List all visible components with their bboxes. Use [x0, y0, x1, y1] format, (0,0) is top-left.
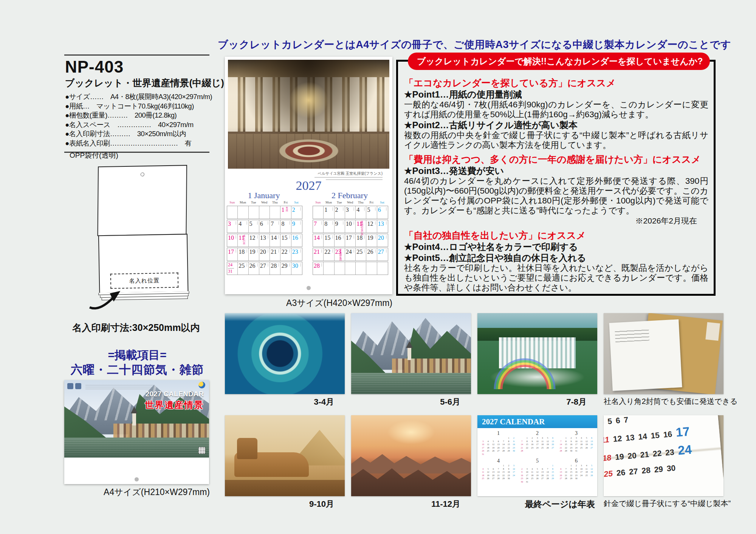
mini-month-grid: 1234567891011121314151617181920212223242… — [558, 464, 594, 480]
blue-hole-photo — [225, 313, 345, 394]
weekday-label: Sat — [291, 200, 302, 206]
mini-day: 1 — [564, 436, 569, 440]
mini-day: 24 — [511, 474, 516, 477]
calendar-day-cell: 18 — [356, 234, 366, 247]
mini-day: 30 — [506, 477, 511, 480]
calendar-day-cell: 8 — [280, 220, 291, 233]
tile-caption: 3-4月 — [225, 396, 345, 408]
date-number: 19 — [615, 452, 624, 462]
holiday-label: 成人の日 — [243, 235, 246, 245]
mini-day: 23 — [506, 474, 511, 477]
rokuyo-mark — [353, 249, 354, 253]
mini-day: 29 — [564, 449, 569, 453]
weekday-header-row: SunMonTueWedThuFriSat — [227, 200, 302, 206]
mini-day: 3 — [574, 436, 579, 440]
mini-day: 19 — [535, 474, 540, 477]
rokuyo-mark — [268, 235, 268, 239]
opp-bag-note: OPP袋付(透明) — [70, 151, 118, 160]
mini-day: 15 — [564, 443, 569, 446]
hallstatt-photo — [351, 313, 471, 394]
mini-day: 17 — [480, 446, 486, 450]
rokuyo-mark — [278, 263, 279, 267]
calendar-day-cell: 3 — [227, 220, 238, 233]
date-number: 18 — [604, 453, 612, 463]
calendar-day-cell: 15 — [280, 234, 291, 247]
cover-imprint-strip — [64, 458, 209, 484]
mini-day: 20 — [540, 474, 545, 477]
calendar-day-cell: 21 — [270, 248, 280, 261]
mini-day: 5 — [486, 467, 491, 471]
weekday-label: Sun — [313, 200, 323, 206]
calendar-day-cell: 23天皇誕生日 — [335, 248, 345, 261]
day-number: 3 — [346, 206, 349, 213]
mini-month: 3123456789101112131415161718192021222324… — [558, 430, 594, 456]
mini-day — [545, 464, 550, 467]
section-note: ※2026年2月現在 — [404, 216, 708, 226]
mini-day: 25 — [480, 477, 486, 480]
mini-day: 25 — [486, 449, 491, 453]
rokuyo-mark — [343, 207, 344, 211]
mini-day — [564, 464, 569, 467]
point-title: ★Point2…古紙リサイクル適性が高い製本 — [404, 120, 708, 130]
mini-day: 22 — [569, 474, 574, 477]
mini-day: 13 — [496, 443, 501, 446]
mini-day: 6 — [496, 440, 501, 443]
mini-day: 3 — [511, 464, 516, 467]
section-heading: 「自社の独自性を出したい方」にオススメ — [404, 230, 708, 241]
mini-day: 26 — [545, 446, 550, 450]
tile-caption: 針金で綴じ冊子状にする“中綴じ製本” — [604, 498, 723, 509]
waterfall-photo — [477, 313, 597, 394]
mini-day: 24 — [525, 477, 530, 480]
mini-day: 20 — [491, 474, 496, 477]
mini-day: 26 — [491, 449, 496, 453]
calendar-day-cell: 2 — [291, 206, 302, 219]
mini-day: 2 — [569, 436, 574, 440]
mini-day: 22 — [501, 474, 506, 477]
calendar-week-row: 28 — [313, 262, 388, 275]
eco-mark-icon — [198, 382, 205, 388]
solution-badge: ブックレットカレンダーで解決!! こんなカレンダーを探していませんか? — [408, 53, 710, 70]
weekday-label: Wed — [259, 200, 270, 206]
calendar-day-cell: 29 — [280, 262, 291, 275]
date-number: 30 — [666, 463, 676, 473]
day-number: 4 — [356, 206, 359, 213]
mini-day — [491, 464, 496, 467]
features-items: 六曜・二十四節気・雑節 — [60, 362, 215, 377]
mini-day: 5 — [589, 464, 594, 467]
calendar-day-cell: 2431 — [227, 262, 238, 275]
date-number: 15 — [651, 431, 660, 441]
mini-day: 9 — [530, 440, 535, 443]
rokuyo-mark — [235, 249, 236, 253]
mini-day: 30 — [569, 449, 574, 453]
rokuyo-mark — [246, 249, 247, 253]
mini-day: 30 — [574, 477, 579, 480]
mini-day: 7 — [496, 467, 501, 471]
rokuyo-mark — [235, 221, 236, 225]
mini-day: 12 — [545, 440, 550, 443]
mini-day: 16 — [511, 443, 516, 446]
mini-month: 4123456789101112131415161718192021222324… — [480, 458, 516, 483]
rokuyo-mark — [321, 263, 322, 267]
rokuyo-mark — [257, 235, 258, 239]
badge-text: ブックレットカレンダーで解決!! — [417, 56, 547, 67]
calendar-day-cell: 19 — [249, 248, 259, 261]
mini-day: 15 — [525, 443, 530, 446]
mini-day: 18 — [480, 474, 486, 477]
calendar-day-cell — [324, 262, 334, 275]
calendar-day-cell: 18 — [238, 248, 248, 261]
mini-day: 7 — [519, 440, 525, 443]
rokuyo-mark — [300, 235, 301, 239]
mini-day: 27 — [496, 449, 501, 453]
mini-day: 21 — [501, 446, 506, 450]
mini-day: 6 — [589, 436, 594, 440]
mini-day: 8 — [506, 440, 511, 443]
mini-day: 28 — [519, 449, 525, 453]
imprint-size-note: 名入印刷寸法:30×250mm以内 — [60, 321, 212, 334]
calendar-day-cell: 28 — [270, 262, 280, 275]
spec-list: ●サイズ…… A4・8枚(展開時A3)(420×297m/m)●用紙… マットコ… — [65, 92, 209, 148]
lake — [351, 373, 471, 394]
mini-day: 9 — [569, 440, 574, 443]
rokuyo-mark — [375, 235, 376, 239]
calendar-day-cell — [259, 206, 270, 219]
rainbow — [487, 351, 562, 389]
